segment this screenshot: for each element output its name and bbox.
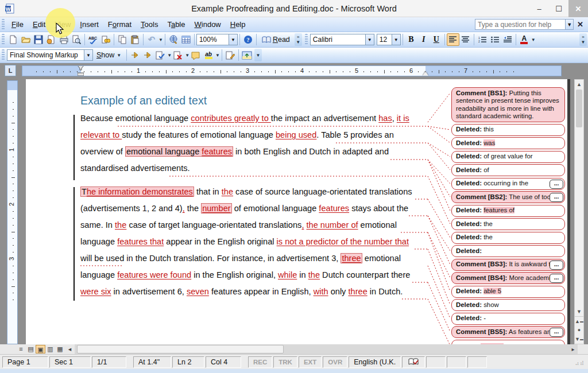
text-line[interactable]: were six in advertisement 6, seven featu… <box>80 287 403 296</box>
horizontal-scrollbar[interactable] <box>75 344 568 354</box>
tab-selector[interactable]: L <box>5 65 16 76</box>
text-line[interactable]: relevant to study the features of emotio… <box>80 130 394 139</box>
scroll-right-icon[interactable]: ▸ <box>568 346 578 352</box>
inserted-text[interactable]: relevant to <box>80 130 122 139</box>
inserted-text[interactable]: features <box>319 204 349 213</box>
spelling-grammar-button[interactable]: ABC <box>87 33 99 46</box>
accept-change-dropdown-icon[interactable]: ▼ <box>167 53 172 58</box>
inserted-text[interactable]: were six <box>80 287 111 296</box>
text-line[interactable]: The information demonstrates that in the… <box>80 187 412 196</box>
partial-balloon[interactable] <box>451 340 565 345</box>
research-button[interactable] <box>99 33 112 46</box>
inserted-text[interactable]: features were found <box>117 270 191 279</box>
open-button[interactable] <box>20 33 32 46</box>
toolbar-grip[interactable] <box>2 49 5 61</box>
ask-question-dropdown-icon[interactable]: ▼ <box>566 19 574 30</box>
inserted-text[interactable]: features that <box>117 237 164 246</box>
comment-balloon[interactable]: Comment [BS5]: As features are... <box>451 326 565 338</box>
new-document-button[interactable] <box>7 33 20 46</box>
ask-question-input[interactable] <box>475 19 566 30</box>
font-size-combo[interactable]: 12 ▼ <box>377 34 401 45</box>
web-layout-view-button[interactable]: ▤ <box>26 345 36 353</box>
text-line[interactable]: same. In the case of target language-ori… <box>80 220 397 230</box>
paste-button[interactable] <box>129 33 141 46</box>
menu-file[interactable]: File <box>7 18 28 30</box>
zoom-dropdown-icon[interactable]: ▼ <box>229 34 237 45</box>
menu-window[interactable]: Window <box>190 18 226 30</box>
balloon-more-button[interactable]: ... <box>550 274 563 283</box>
inserted-text[interactable]: seven <box>187 287 209 296</box>
align-left-button[interactable] <box>447 33 459 46</box>
inserted-text[interactable]: has <box>378 114 392 123</box>
display-for-review-combo[interactable]: Final Showing Markup ▼ <box>7 49 93 61</box>
menubar-close-icon[interactable]: ✕ <box>574 20 588 29</box>
close-button[interactable]: ✕ <box>568 0 588 17</box>
deleted-balloon[interactable]: Deleted: occurring in the... <box>451 178 565 190</box>
show-menu-button[interactable]: Show▼ <box>93 50 125 60</box>
print-layout-view-button[interactable]: ▣ <box>36 345 45 353</box>
inserted-text[interactable]: with <box>314 287 328 296</box>
text-line[interactable]: language features were found in the Engl… <box>80 270 410 279</box>
text-line[interactable]: will be used in the Dutch translation. F… <box>80 254 401 263</box>
help-button[interactable]: ? <box>242 33 254 46</box>
text-line[interactable]: language features that appear in the Eng… <box>80 237 409 246</box>
outline-view-button[interactable]: ▥ <box>45 345 55 353</box>
insert-hyperlink-button[interactable] <box>167 33 180 46</box>
horizontal-scroll-thumb[interactable] <box>77 345 284 353</box>
scroll-left-icon[interactable]: ◂ <box>65 345 75 353</box>
print-button[interactable] <box>57 33 70 46</box>
deleted-balloon[interactable]: Deleted: the <box>451 232 565 244</box>
vertical-ruler[interactable]: 123 <box>7 80 18 344</box>
text-line[interactable]: Because emotional language contributes g… <box>80 114 409 123</box>
numbered-list-button[interactable]: 12 <box>476 33 489 46</box>
status-ext-toggle[interactable]: EXT <box>299 356 322 368</box>
menu-format[interactable]: Format <box>103 18 136 30</box>
reading-layout-view-button[interactable]: ▦ <box>55 345 65 353</box>
status-rec-toggle[interactable]: REC <box>248 356 272 368</box>
deleted-balloon[interactable]: Deleted: of great value for <box>451 151 565 163</box>
bold-button[interactable]: B <box>405 33 417 46</box>
align-center-button[interactable] <box>459 33 472 46</box>
zoom-combo[interactable]: 100% ▼ <box>196 34 238 45</box>
insert-table-button[interactable] <box>180 33 192 46</box>
font-color-button[interactable]: A <box>518 33 531 46</box>
toolbar-grip[interactable] <box>305 34 308 46</box>
inserted-text[interactable]: the <box>115 220 126 230</box>
toolbar-options-icon[interactable]: »▼ <box>295 33 302 46</box>
display-mode-dropdown-icon[interactable]: ▼ <box>84 50 92 60</box>
text-line[interactable]: overview of emotional language features … <box>80 147 389 156</box>
track-changes-button[interactable] <box>224 49 237 61</box>
menu-view[interactable]: View <box>50 18 75 30</box>
font-name-dropdown-icon[interactable]: ▼ <box>365 34 374 45</box>
toolbar-grip[interactable] <box>2 19 5 30</box>
deleted-balloon[interactable]: Deleted: <box>451 245 565 257</box>
deleted-balloon[interactable]: Deleted: of <box>451 164 565 176</box>
inserted-text[interactable]: the <box>308 270 320 279</box>
scroll-down-icon[interactable]: ▼ <box>575 307 583 316</box>
reject-change-dropdown-icon[interactable]: ▼ <box>185 53 189 58</box>
font-size-dropdown-icon[interactable]: ▼ <box>392 34 400 45</box>
print-preview-button[interactable] <box>70 33 83 46</box>
balloon-more-button[interactable]: ... <box>550 180 563 189</box>
minimize-button[interactable]: – <box>529 0 549 17</box>
font-name-combo[interactable]: Calibri ▼ <box>310 34 374 45</box>
maximize-button[interactable]: ☐ <box>549 0 568 17</box>
normal-view-button[interactable]: ≡ <box>16 345 26 353</box>
select-browse-object-icon[interactable]: ● <box>575 325 583 335</box>
balloon-more-button[interactable]: ... <box>550 328 563 337</box>
previous-page-icon[interactable]: ▲▬ <box>575 316 583 325</box>
menu-table[interactable]: Table <box>163 18 189 30</box>
vertical-scroll-thumb[interactable] <box>576 90 582 127</box>
inserted-text[interactable]: contributes greatly to <box>191 114 271 123</box>
comment-highlight-range[interactable]: three <box>341 253 362 263</box>
comment-balloon[interactable]: Comment [BS2]: The use of too... <box>451 191 565 203</box>
toolbar-options-icon[interactable]: ▼ <box>254 49 262 61</box>
highlight-button[interactable]: ab <box>202 49 215 61</box>
previous-change-button[interactable] <box>129 49 141 61</box>
accept-change-button[interactable] <box>154 49 167 61</box>
spelling-status-icon[interactable] <box>402 356 425 368</box>
deleted-balloon[interactable]: Deleted: - <box>451 313 565 325</box>
right-indent-marker[interactable] <box>423 71 428 76</box>
status-trk-toggle[interactable]: TRK <box>273 356 297 368</box>
inserted-text[interactable]: while <box>278 270 297 279</box>
